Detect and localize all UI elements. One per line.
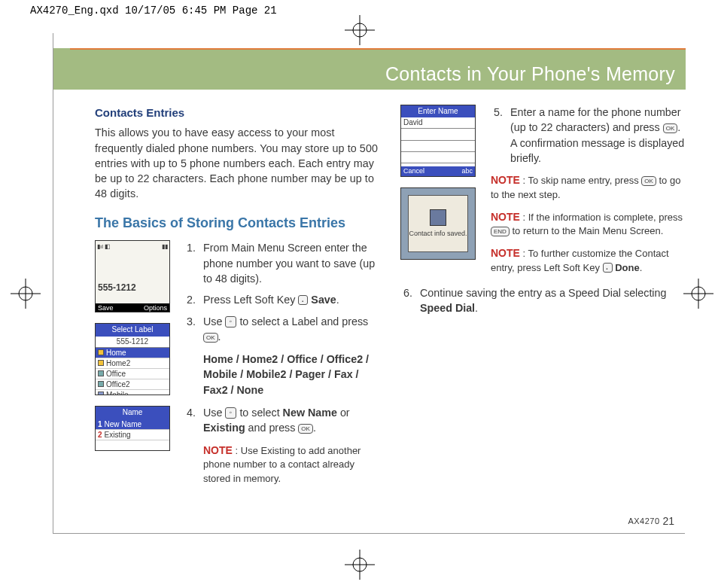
label-row-home: Home [96,348,169,358]
softkey-icon [603,263,613,273]
content-area: Contacts Entries This allows you to have… [95,105,686,526]
saved-text: Contact info saved. [409,229,467,239]
footer-model: AX4270 [628,516,659,526]
screen-select-label: Select Label 555-1212 Home Home2 Office … [95,323,170,395]
nav-icon [225,407,236,419]
reg-mark-left [11,279,41,309]
select-label-number: 555-1212 [96,337,169,348]
nav-icon [225,316,236,328]
step-2: 2. Press Left Soft Key Save. [184,292,379,307]
dial-save: Save [98,303,114,312]
step-3-labels: Home / Home2 / Office / Office2 / Mobile… [203,352,379,398]
left-screens: ▮ıl◧ ▮▮ 555-1212 Save Options Select Lab… [95,240,176,492]
softkey-icon [298,295,308,305]
footer-page: 21 [662,515,674,527]
reg-mark-right [683,279,713,309]
note-5b: NOTE : If the information is complete, p… [491,210,685,239]
enter-abc: abc [461,166,473,176]
section-title: Contacts in Your Phone's Memory [385,63,675,85]
name-row-existing: 2Existing [96,430,169,440]
label-row-home2: Home2 [96,358,169,369]
right-column: Enter Name David Cancel abc Contact info… [400,105,685,526]
label-row-office: Office [96,369,169,379]
screen-enter-name: Enter Name David Cancel abc [400,105,476,177]
select-label-title: Select Label [96,324,169,336]
name-title: Name [96,407,169,419]
step-4: 4. Use to select New Name or Existing an… [184,405,379,486]
dial-options: Options [144,303,167,312]
entries-paragraph: This allows you to have easy access to y… [95,125,379,201]
dial-number: 555-1212 [98,282,136,294]
page-footer: AX4270 21 [628,515,674,527]
note-step-4: NOTE : Use Existing to add another phone… [203,443,379,486]
left-column: Contacts Entries This allows you to have… [95,105,379,526]
screen-name: Name 1New Name 2Existing [95,406,170,451]
step-6: 6. Continue saving the entry as a Speed … [400,285,685,316]
ok-icon: OK [203,333,218,343]
step-5: 5. Enter a name for the phone number (up… [491,105,685,166]
page-frame: Contacts in Your Phone's Memory Contacts… [53,33,685,534]
step-1: 1. From Main Menu Screen enter the phone… [184,240,379,286]
disk-icon [430,209,446,226]
right-screens: Enter Name David Cancel abc Contact info… [400,105,482,275]
enter-cancel: Cancel [403,166,424,176]
ok-icon: OK [663,123,678,133]
print-slug: AX4270_Eng.qxd 10/17/05 6:45 PM Page 21 [30,5,277,17]
enter-name-title: Enter Name [401,105,475,117]
ok-icon: OK [641,176,656,186]
end-icon: END [491,227,510,236]
header-band: Contacts in Your Phone's Memory [53,48,686,90]
name-row-new: 1New Name [96,419,169,430]
enter-name-value: David [401,117,475,129]
orange-rule [70,48,686,50]
entries-heading: Contacts Entries [95,105,379,120]
note-5a: NOTE : To skip name entry, press OK to g… [491,173,685,202]
label-row-mobile: Mobile [96,390,169,396]
note-5c: NOTE : To further customize the Contact … [491,246,685,275]
reg-mark-bottom [345,550,375,580]
left-steps: 1. From Main Menu Screen enter the phone… [184,240,379,492]
step-3: 3. Use to select a Label and press OK. H… [184,314,379,398]
label-row-office2: Office2 [96,379,169,390]
screen-dial: ▮ıl◧ ▮▮ 555-1212 Save Options [95,240,170,312]
screen-saved: Contact info saved. [400,187,476,260]
ok-icon: OK [298,424,313,434]
basics-heading: The Basics of Storing Contacts Entries [95,214,379,233]
